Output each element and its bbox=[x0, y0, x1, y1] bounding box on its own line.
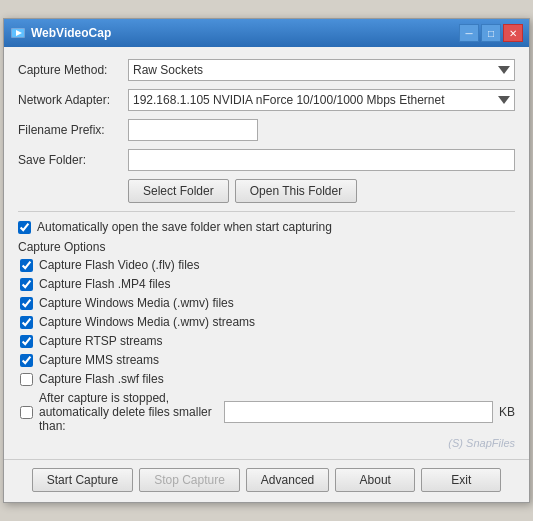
auto-open-label: Automatically open the save folder when … bbox=[37, 220, 332, 234]
capture-flv-checkbox[interactable] bbox=[20, 259, 33, 272]
app-icon bbox=[10, 25, 26, 41]
list-item: Capture Windows Media (.wmv) files bbox=[20, 296, 515, 310]
capture-flv-label: Capture Flash Video (.flv) files bbox=[39, 258, 200, 272]
auto-delete-label: After capture is stopped, automatically … bbox=[39, 391, 218, 433]
network-adapter-row: Network Adapter: 192.168.1.105 NVIDIA nF… bbox=[18, 89, 515, 111]
title-bar-left: WebVideoCap bbox=[10, 25, 111, 41]
capture-method-select[interactable]: Raw Sockets bbox=[128, 59, 515, 81]
capture-wmv-streams-checkbox[interactable] bbox=[20, 316, 33, 329]
capture-wmv-files-checkbox[interactable] bbox=[20, 297, 33, 310]
capture-rtsp-checkbox[interactable] bbox=[20, 335, 33, 348]
auto-delete-checkbox[interactable] bbox=[20, 406, 33, 419]
open-folder-button[interactable]: Open This Folder bbox=[235, 179, 358, 203]
exit-button[interactable]: Exit bbox=[421, 468, 501, 492]
capture-mp4-label: Capture Flash .MP4 files bbox=[39, 277, 170, 291]
filename-prefix-control: V bbox=[128, 119, 515, 141]
filename-prefix-label: Filename Prefix: bbox=[18, 123, 128, 137]
list-item: Capture Flash .MP4 files bbox=[20, 277, 515, 291]
list-item: Capture Flash .swf files bbox=[20, 372, 515, 386]
main-content: Capture Method: Raw Sockets Network Adap… bbox=[4, 47, 529, 459]
footer: Start Capture Stop Capture Advanced Abou… bbox=[4, 459, 529, 502]
save-folder-row: Save Folder: C:\Users\snapfiles\Videos bbox=[18, 149, 515, 171]
advanced-button[interactable]: Advanced bbox=[246, 468, 329, 492]
minimize-button[interactable]: ─ bbox=[459, 24, 479, 42]
title-bar: WebVideoCap ─ □ ✕ bbox=[4, 19, 529, 47]
capture-swf-label: Capture Flash .swf files bbox=[39, 372, 164, 386]
about-button[interactable]: About bbox=[335, 468, 415, 492]
list-item: Capture Flash Video (.flv) files bbox=[20, 258, 515, 272]
list-item: Capture RTSP streams bbox=[20, 334, 515, 348]
start-capture-button[interactable]: Start Capture bbox=[32, 468, 133, 492]
network-adapter-label: Network Adapter: bbox=[18, 93, 128, 107]
min-size-input[interactable]: 100 bbox=[224, 401, 493, 423]
main-window: WebVideoCap ─ □ ✕ Capture Method: Raw So… bbox=[3, 18, 530, 503]
save-folder-control: C:\Users\snapfiles\Videos bbox=[128, 149, 515, 171]
capture-method-row: Capture Method: Raw Sockets bbox=[18, 59, 515, 81]
list-item: Capture MMS streams bbox=[20, 353, 515, 367]
filename-prefix-input[interactable]: V bbox=[128, 119, 258, 141]
kb-label: KB bbox=[499, 405, 515, 419]
folder-buttons: Select Folder Open This Folder bbox=[128, 179, 515, 203]
capture-swf-checkbox[interactable] bbox=[20, 373, 33, 386]
capture-options-title: Capture Options bbox=[18, 240, 515, 254]
capture-mms-label: Capture MMS streams bbox=[39, 353, 159, 367]
capture-method-label: Capture Method: bbox=[18, 63, 128, 77]
select-folder-button[interactable]: Select Folder bbox=[128, 179, 229, 203]
save-folder-label: Save Folder: bbox=[18, 153, 128, 167]
auto-open-row: Automatically open the save folder when … bbox=[18, 220, 515, 234]
capture-wmv-files-label: Capture Windows Media (.wmv) files bbox=[39, 296, 234, 310]
capture-rtsp-label: Capture RTSP streams bbox=[39, 334, 163, 348]
maximize-button[interactable]: □ bbox=[481, 24, 501, 42]
save-folder-input[interactable]: C:\Users\snapfiles\Videos bbox=[128, 149, 515, 171]
capture-mms-checkbox[interactable] bbox=[20, 354, 33, 367]
capture-method-control: Raw Sockets bbox=[128, 59, 515, 81]
capture-options-list: Capture Flash Video (.flv) files Capture… bbox=[20, 258, 515, 433]
network-adapter-select[interactable]: 192.168.1.105 NVIDIA nForce 10/100/1000 … bbox=[128, 89, 515, 111]
watermark: (S) SnapFiles bbox=[18, 435, 515, 451]
auto-open-checkbox[interactable] bbox=[18, 221, 31, 234]
after-capture-row: After capture is stopped, automatically … bbox=[20, 391, 515, 433]
capture-wmv-streams-label: Capture Windows Media (.wmv) streams bbox=[39, 315, 255, 329]
title-controls: ─ □ ✕ bbox=[459, 24, 523, 42]
filename-prefix-row: Filename Prefix: V bbox=[18, 119, 515, 141]
window-title: WebVideoCap bbox=[31, 26, 111, 40]
capture-mp4-checkbox[interactable] bbox=[20, 278, 33, 291]
list-item: Capture Windows Media (.wmv) streams bbox=[20, 315, 515, 329]
stop-capture-button[interactable]: Stop Capture bbox=[139, 468, 240, 492]
network-adapter-control: 192.168.1.105 NVIDIA nForce 10/100/1000 … bbox=[128, 89, 515, 111]
close-button[interactable]: ✕ bbox=[503, 24, 523, 42]
